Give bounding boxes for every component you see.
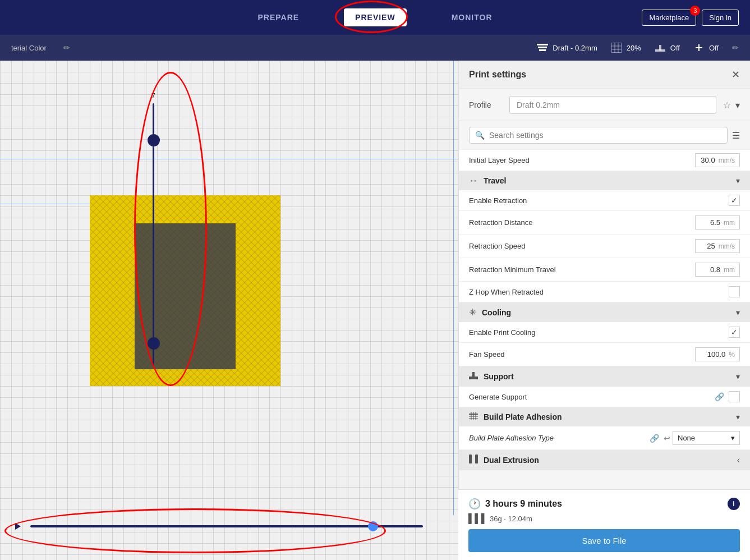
material-label: 36g · 12.04m: [490, 515, 532, 523]
enable-retraction-row: Enable Retraction ✓: [459, 190, 750, 211]
generate-support-label: Generate Support: [469, 393, 715, 401]
support-chevron-icon[interactable]: ▾: [736, 372, 740, 381]
build-plate-chevron-icon[interactable]: ▾: [736, 412, 740, 421]
build-plate-section-title: Build Plate Adhesion: [484, 412, 730, 421]
generate-support-checkbox[interactable]: [729, 391, 740, 402]
signin-button[interactable]: Sign in: [702, 10, 739, 26]
retraction-min-travel-value[interactable]: 0.8 mm: [695, 263, 740, 277]
enable-retraction-checkbox[interactable]: ✓: [729, 195, 740, 206]
clock-icon: 🕐: [468, 498, 481, 510]
toolbar-adhesion-value[interactable]: Off: [709, 44, 719, 52]
build-plate-icon: [469, 412, 478, 422]
slider-track[interactable]: [153, 103, 154, 366]
chevron-down-icon[interactable]: ▾: [735, 100, 740, 111]
toolbar-edit-left-icon[interactable]: ✏: [63, 43, 70, 52]
retraction-speed-value[interactable]: 25 mm/s: [695, 239, 740, 253]
bp-undo-icon[interactable]: ↩: [664, 434, 670, 443]
travel-section-header[interactable]: ↔ Travel ▾: [459, 171, 750, 190]
dual-extrusion-icon: [469, 455, 478, 466]
link-icon[interactable]: 🔗: [715, 392, 724, 401]
support-section-icon: [469, 371, 478, 382]
nav-tab-preview[interactable]: PREVIEW: [344, 8, 407, 26]
support-section-header[interactable]: Support ▾: [459, 366, 750, 387]
material-color-label: terial Color: [11, 44, 47, 52]
retraction-distance-value[interactable]: 6.5 mm: [695, 215, 740, 229]
save-to-file-button[interactable]: Save to File: [468, 529, 740, 552]
retraction-min-travel-row: Retraction Minimum Travel 0.8 mm: [459, 258, 750, 282]
close-button[interactable]: ✕: [731, 68, 740, 81]
bp-link-icon[interactable]: 🔗: [650, 434, 659, 443]
toolbar-profile-value[interactable]: Draft - 0.2mm: [553, 44, 597, 52]
playback-bar: [0, 515, 458, 538]
nav-tab-monitor[interactable]: MONITOR: [440, 8, 504, 26]
search-wrapper: 🔍: [469, 127, 728, 144]
cooling-section-header[interactable]: ✳ Cooling ▾: [459, 302, 750, 322]
canvas-area[interactable]: 7: [0, 61, 458, 560]
fan-speed-label: Fan Speed: [469, 350, 695, 359]
travel-icon: ↔: [469, 176, 478, 186]
svg-rect-0: [537, 44, 548, 45]
initial-layer-speed-value[interactable]: 30.0 mm/s: [695, 153, 740, 167]
slider-thumb-top[interactable]: [148, 134, 160, 146]
star-icon[interactable]: ☆: [723, 100, 731, 111]
play-icon: [15, 523, 21, 530]
enable-cooling-checkbox[interactable]: ✓: [729, 327, 740, 338]
svg-rect-13: [472, 372, 475, 378]
info-button[interactable]: i: [728, 498, 740, 510]
nav-tabs: PREPARE PREVIEW MONITOR: [246, 8, 503, 26]
bottom-info-bar: 🕐 3 hours 9 minutes i ▌▌▌ 36g · 12.04m S…: [458, 489, 750, 560]
time-row: 🕐 3 hours 9 minutes i: [468, 498, 740, 510]
print-settings-panel: Print settings ✕ Profile Draft 0.2mm ☆ ▾…: [458, 61, 750, 560]
dual-extrusion-chevron-icon[interactable]: ‹: [737, 455, 740, 465]
build-plate-section-header[interactable]: Build Plate Adhesion ▾: [459, 407, 750, 426]
profile-value: Draft 0.2mm: [517, 100, 560, 109]
material-row: ▌▌▌ 36g · 12.04m: [468, 513, 740, 524]
support-section-title: Support: [484, 372, 730, 381]
playback-thumb[interactable]: [368, 521, 378, 531]
playback-progress[interactable]: [30, 525, 423, 527]
svg-rect-9: [659, 45, 661, 51]
bp-adhesion-type-label: Build Plate Adhesion Type: [469, 434, 650, 442]
play-button[interactable]: [11, 520, 25, 533]
bp-adhesion-dropdown[interactable]: None ▾: [673, 431, 740, 445]
settings-list: Initial Layer Speed 30.0 mm/s ↔ Travel ▾…: [459, 150, 750, 537]
retraction-distance-row: Retraction Distance 6.5 mm: [459, 211, 750, 235]
svg-rect-3: [611, 43, 622, 53]
profile-dropdown[interactable]: Draft 0.2mm: [509, 96, 716, 114]
marketplace-button[interactable]: Marketplace 3: [642, 10, 696, 26]
nav-right-actions: Marketplace 3 Sign in: [642, 10, 739, 26]
3d-object[interactable]: [90, 195, 280, 386]
toolbar-infill-value[interactable]: 20%: [627, 44, 641, 52]
slider-thumb-bottom[interactable]: [148, 337, 160, 350]
cooling-icon: ✳: [469, 307, 476, 318]
cooling-chevron-icon[interactable]: ▾: [736, 308, 740, 317]
toolbar-profile: Draft - 0.2mm: [537, 42, 597, 53]
initial-layer-speed-row: Initial Layer Speed 30.0 mm/s: [459, 150, 750, 171]
z-hop-checkbox[interactable]: [729, 286, 740, 297]
z-hop-label: Z Hop When Retracted: [469, 288, 729, 296]
nav-tab-prepare[interactable]: PREPARE: [246, 8, 310, 26]
check-icon: ✓: [731, 196, 738, 205]
enable-cooling-row: Enable Print Cooling ✓: [459, 322, 750, 343]
menu-icon[interactable]: ☰: [732, 130, 740, 141]
support-icon: [655, 42, 666, 53]
infill-icon: [611, 42, 622, 53]
toolbar-support-value[interactable]: Off: [670, 44, 680, 52]
fan-speed-value[interactable]: 100.0 %: [695, 347, 740, 361]
time-label: 3 hours 9 minutes: [485, 499, 562, 509]
top-navigation: PREPARE PREVIEW MONITOR Marketplace 3 Si…: [0, 0, 750, 35]
search-icon: 🔍: [475, 131, 485, 140]
profile-row: Profile Draft 0.2mm ☆ ▾: [459, 89, 750, 121]
search-input[interactable]: [489, 131, 721, 140]
dual-extrusion-section-header[interactable]: Dual Extrusion ‹: [459, 450, 750, 470]
blue-guideline-h1: [0, 159, 458, 159]
search-row: 🔍 ☰: [459, 121, 750, 150]
initial-layer-speed-label: Initial Layer Speed: [469, 156, 695, 164]
travel-chevron-icon[interactable]: ▾: [736, 176, 740, 185]
blue-guideline-v: [453, 61, 454, 515]
svg-rect-21: [475, 455, 478, 463]
toolbar-infill: 20%: [611, 42, 641, 53]
layer-slider[interactable]: 7: [151, 91, 155, 366]
retraction-speed-row: Retraction Speed 25 mm/s: [459, 235, 750, 258]
toolbar-edit-right-icon[interactable]: ✏: [732, 43, 739, 52]
